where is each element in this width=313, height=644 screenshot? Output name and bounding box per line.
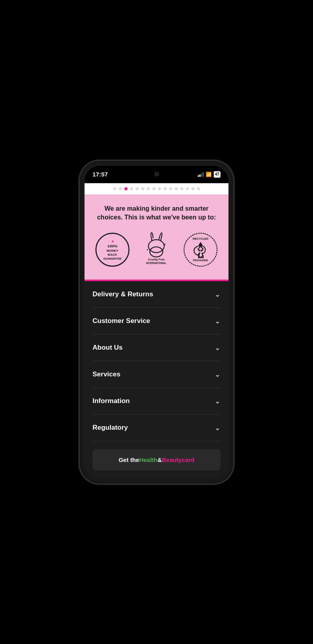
phone-frame: 17:57 📶 47 bbox=[80, 161, 233, 483]
btn-prefix: Get the bbox=[118, 456, 139, 463]
carousel-dot[interactable] bbox=[158, 187, 161, 190]
accordion-item-regulatory[interactable]: Regulatory⌄ bbox=[93, 415, 220, 441]
accordion-label-information: Information bbox=[93, 397, 130, 405]
money-back-icon: ★ 100% MONEY BACK GUARANTEE bbox=[94, 232, 130, 268]
phone-screen: 17:57 📶 47 bbox=[85, 166, 228, 479]
chevron-down-icon: ⌄ bbox=[215, 290, 220, 299]
svg-text:★: ★ bbox=[111, 240, 114, 243]
battery-icon: 47 bbox=[214, 171, 220, 178]
carousel-dot[interactable] bbox=[186, 187, 189, 190]
chevron-down-icon: ⌄ bbox=[215, 370, 220, 379]
health-beauty-card-button[interactable]: Get the Health & Beautycard bbox=[93, 449, 220, 470]
accordion-item-information[interactable]: Information⌄ bbox=[93, 388, 220, 415]
pink-banner: We are making kinder and smarter choices… bbox=[85, 194, 228, 280]
accordion-section: Delivery & Returns⌄Customer Service⌄Abou… bbox=[85, 281, 228, 441]
bottom-section: Get the Health & Beautycard bbox=[85, 441, 228, 478]
signal-icon bbox=[198, 172, 204, 177]
money-back-badge: ★ 100% MONEY BACK GUARANTEE bbox=[93, 232, 132, 268]
btn-ampersand: & bbox=[157, 456, 162, 463]
carousel-dot[interactable] bbox=[191, 187, 195, 190]
carousel-dot[interactable] bbox=[175, 187, 178, 190]
carousel-dot[interactable] bbox=[130, 187, 133, 190]
svg-text:100%: 100% bbox=[108, 244, 118, 248]
carousel-dots bbox=[85, 183, 228, 194]
accordion-item-about-us[interactable]: About Us⌄ bbox=[93, 335, 220, 361]
carousel-dot[interactable] bbox=[180, 187, 183, 190]
badges-row: ★ 100% MONEY BACK GUARANTEE bbox=[93, 232, 220, 268]
carousel-dot[interactable] bbox=[119, 187, 122, 190]
carousel-dot[interactable] bbox=[136, 187, 139, 190]
svg-text:INTERNATIONAL: INTERNATIONAL bbox=[146, 262, 167, 264]
carousel-dot[interactable] bbox=[152, 187, 156, 190]
carousel-dot[interactable] bbox=[147, 187, 150, 190]
carousel-dot[interactable] bbox=[163, 187, 167, 190]
accordion-label-about-us: About Us bbox=[93, 344, 123, 352]
carousel-dot[interactable] bbox=[141, 187, 144, 190]
cruelty-free-icon: ★ ★ Cruelty Free INTERNATIONAL bbox=[138, 232, 174, 268]
accordion-label-delivery: Delivery & Returns bbox=[93, 290, 153, 298]
svg-text:PACKAGING: PACKAGING bbox=[193, 259, 208, 262]
accordion-label-services: Services bbox=[93, 370, 120, 378]
svg-text:MONEY: MONEY bbox=[106, 249, 118, 253]
svg-text:★: ★ bbox=[146, 248, 148, 251]
accordion-label-customer-service: Customer Service bbox=[93, 317, 150, 325]
svg-text:RECYCLED: RECYCLED bbox=[193, 237, 209, 241]
recycled-packaging-badge: ♻ RECYCLED PACKAGING bbox=[181, 232, 220, 268]
accordion-item-customer-service[interactable]: Customer Service⌄ bbox=[93, 308, 220, 335]
svg-text:Cruelty Free: Cruelty Free bbox=[148, 258, 165, 261]
accordion-item-services[interactable]: Services⌄ bbox=[93, 361, 220, 388]
svg-text:★: ★ bbox=[163, 243, 166, 246]
svg-text:♻: ♻ bbox=[197, 245, 204, 253]
chevron-down-icon: ⌄ bbox=[215, 397, 220, 405]
notch bbox=[133, 168, 181, 180]
banner-headline: We are making kinder and smarter choices… bbox=[93, 204, 220, 222]
svg-text:BACK: BACK bbox=[108, 253, 117, 257]
camera-icon bbox=[154, 172, 159, 176]
svg-text:GUARANTEE: GUARANTEE bbox=[103, 257, 122, 260]
status-bar: 17:57 📶 47 bbox=[85, 166, 228, 183]
recycled-icon: ♻ RECYCLED PACKAGING bbox=[183, 232, 219, 268]
chevron-down-icon: ⌄ bbox=[215, 343, 220, 352]
screen-content[interactable]: We are making kinder and smarter choices… bbox=[85, 183, 228, 479]
accordion-label-regulatory: Regulatory bbox=[93, 424, 128, 432]
carousel-dot[interactable] bbox=[124, 187, 128, 190]
carousel-dot[interactable] bbox=[113, 187, 116, 190]
svg-point-6 bbox=[149, 240, 165, 253]
status-time: 17:57 bbox=[93, 171, 108, 178]
carousel-dot[interactable] bbox=[169, 187, 172, 190]
chevron-down-icon: ⌄ bbox=[215, 423, 220, 432]
accordion-item-delivery[interactable]: Delivery & Returns⌄ bbox=[93, 281, 220, 308]
carousel-dot[interactable] bbox=[197, 187, 200, 190]
chevron-down-icon: ⌄ bbox=[215, 317, 220, 325]
wifi-icon: 📶 bbox=[206, 172, 212, 177]
status-icons: 📶 47 bbox=[198, 171, 220, 178]
btn-health: Health bbox=[139, 456, 157, 463]
btn-beauty: Beautycard bbox=[162, 456, 195, 463]
cruelty-free-badge: ★ ★ Cruelty Free INTERNATIONAL bbox=[136, 232, 176, 268]
